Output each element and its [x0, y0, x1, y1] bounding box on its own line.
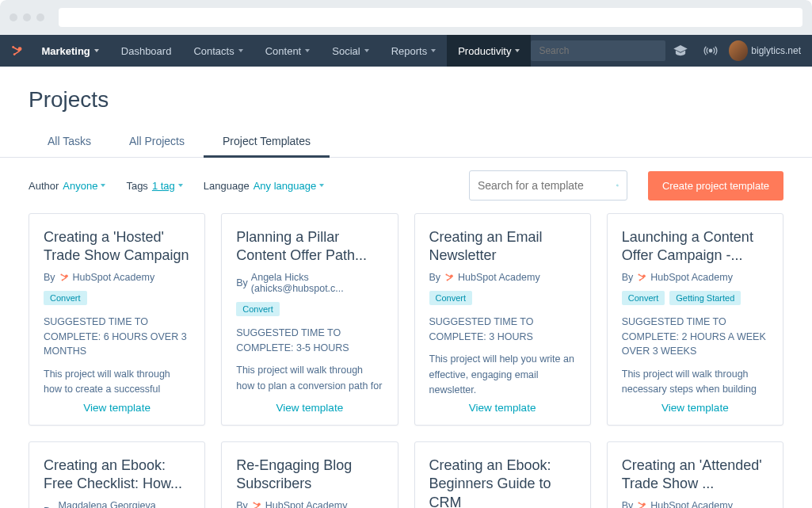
filter-value: Any language — [254, 180, 325, 192]
card-tags: Convert — [429, 291, 576, 305]
nav-item-label: Content — [265, 45, 302, 57]
window-controls — [10, 13, 44, 21]
nav-productivity[interactable]: Productivity — [447, 35, 531, 67]
card-author: By HubSpot Academy — [44, 272, 190, 283]
nav-content[interactable]: Content — [254, 35, 322, 67]
chevron-down-icon — [101, 184, 105, 187]
card-title: Re-Engaging Blog Subscribers — [236, 456, 383, 494]
top-nav: Marketing Dashboard Contacts Content Soc… — [0, 35, 812, 67]
card-description: This project will help you write an effe… — [429, 352, 576, 395]
card-title: Planning a Pillar Content Offer Path... — [236, 228, 383, 265]
template-card: Creating an Ebook: Beginners Guide to CR… — [414, 441, 591, 508]
svg-point-4 — [616, 185, 618, 186]
card-title: Creating an Ebook: Free Checklist: How..… — [44, 456, 190, 494]
avatar[interactable] — [729, 40, 748, 61]
card-author: By HubSpot Academy — [429, 272, 576, 283]
template-card: Planning a Pillar Content Offer Path...B… — [221, 213, 398, 426]
tag: Convert — [236, 302, 280, 316]
card-author: By Magdalena Georgieva (mgeorgi... — [44, 500, 190, 508]
card-author: By HubSpot Academy — [622, 500, 768, 508]
account-name[interactable]: biglytics.net — [751, 45, 812, 56]
tag: Convert — [44, 291, 87, 305]
card-tags: Convert — [44, 291, 190, 305]
template-card: Re-Engaging Blog SubscribersBy HubSpot A… — [221, 441, 398, 508]
view-template-link[interactable]: View template — [236, 395, 383, 414]
chevron-down-icon — [319, 184, 324, 187]
filter-row: Author Anyone Tags 1 tag Language Any la… — [29, 158, 783, 213]
filter-label: Author — [29, 180, 59, 192]
card-author: By HubSpot Academy — [622, 272, 768, 283]
card-meta: SUGGESTED TIME TO COMPLETE: 3 HOURS — [429, 315, 576, 345]
svg-point-1 — [12, 46, 14, 48]
nav-item-label: Social — [332, 45, 360, 57]
browser-chrome — [0, 0, 812, 35]
card-author: By HubSpot Academy — [236, 500, 383, 508]
filter-label: Language — [204, 180, 250, 192]
chevron-down-icon — [94, 49, 99, 52]
search-icon — [616, 180, 619, 191]
nav-dashboard[interactable]: Dashboard — [110, 35, 183, 67]
filter-value: Anyone — [63, 180, 105, 192]
template-card: Creating an Ebook: Free Checklist: How..… — [29, 441, 205, 508]
tag: Convert — [429, 291, 473, 305]
card-title: Creating an Ebook: Beginners Guide to CR… — [429, 456, 576, 508]
create-template-button[interactable]: Create project template — [648, 171, 783, 201]
chevron-down-icon — [238, 49, 243, 52]
filter-language[interactable]: Language Any language — [204, 180, 324, 192]
nav-search-input[interactable] — [531, 40, 665, 61]
url-bar[interactable] — [59, 8, 802, 27]
card-author: By Angela Hicks (ahicks@hubspot.c... — [236, 272, 383, 294]
svg-point-15 — [253, 502, 254, 503]
filter-label: Tags — [126, 180, 147, 192]
svg-point-9 — [446, 273, 448, 275]
chevron-down-icon — [305, 49, 310, 52]
cards-grid: Creating a 'Hosted' Trade Show CampaignB… — [29, 213, 783, 508]
tabs: All Tasks All Projects Project Templates — [0, 127, 812, 158]
filter-author[interactable]: Author Anyone — [29, 180, 105, 192]
view-template-link[interactable]: View template — [622, 395, 768, 414]
page-content: Projects All Tasks All Projects Project … — [0, 67, 812, 508]
maximize-window[interactable] — [36, 13, 44, 21]
tab-all-projects[interactable]: All Projects — [110, 127, 204, 157]
card-description: This project will walk through how to pl… — [236, 363, 383, 395]
card-title: Creating a 'Hosted' Trade Show Campaign — [44, 228, 190, 265]
card-description: This project will walk through how to cr… — [44, 367, 190, 395]
nav-social[interactable]: Social — [321, 35, 379, 67]
nav-item-label: Reports — [391, 45, 428, 57]
view-template-link[interactable]: View template — [44, 395, 190, 414]
template-card: Creating a 'Hosted' Trade Show CampaignB… — [29, 213, 205, 426]
svg-point-7 — [61, 279, 63, 281]
close-window[interactable] — [10, 13, 17, 21]
hubspot-logo-icon — [251, 500, 262, 508]
filter-tags[interactable]: Tags 1 tag — [126, 180, 182, 192]
hubspot-logo-icon — [444, 272, 455, 283]
svg-point-13 — [639, 279, 641, 281]
template-card: Creating an Email NewsletterBy HubSpot A… — [414, 213, 591, 426]
svg-point-10 — [447, 279, 448, 281]
card-meta: SUGGESTED TIME TO COMPLETE: 6 HOURS OVER… — [44, 315, 190, 359]
nav-marketing[interactable]: Marketing — [30, 35, 109, 67]
view-template-link[interactable]: View template — [429, 395, 576, 414]
tag: Getting Started — [669, 291, 741, 305]
academy-icon[interactable] — [665, 45, 696, 56]
nav-reports[interactable]: Reports — [380, 35, 448, 67]
template-search[interactable] — [469, 170, 627, 201]
minimize-window[interactable] — [23, 13, 31, 21]
template-search-input[interactable] — [478, 179, 616, 192]
svg-point-6 — [60, 273, 62, 275]
chevron-down-icon — [515, 49, 520, 52]
nav-item-label: Dashboard — [121, 45, 172, 57]
template-card: Creating an 'Attended' Trade Show ...By … — [607, 441, 783, 508]
broadcast-icon[interactable] — [696, 45, 726, 56]
tab-project-templates[interactable]: Project Templates — [204, 127, 330, 157]
template-card: Launching a Content Offer Campaign -...B… — [607, 213, 783, 426]
svg-point-3 — [710, 49, 713, 52]
chevron-down-icon — [178, 184, 183, 187]
tab-all-tasks[interactable]: All Tasks — [29, 127, 110, 157]
card-tags: ConvertGetting Started — [622, 291, 768, 305]
card-description: This project will walk through necessary… — [622, 367, 768, 395]
page-title: Projects — [29, 87, 783, 113]
tag: Convert — [622, 291, 665, 305]
nav-contacts[interactable]: Contacts — [182, 35, 254, 67]
chevron-down-icon — [431, 49, 436, 52]
